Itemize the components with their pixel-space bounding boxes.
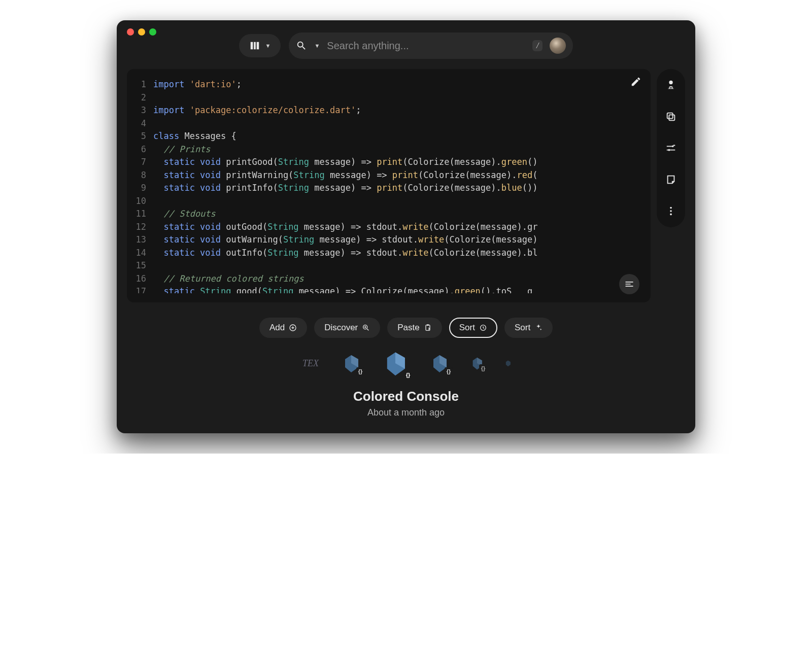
chip-label: Paste: [397, 323, 419, 333]
code-line: 2: [127, 91, 651, 105]
snippet-title: Colored Console: [117, 389, 695, 404]
chip-label: Sort: [515, 323, 530, 333]
svg-point-3: [672, 146, 674, 148]
layout-switcher[interactable]: ▼: [239, 34, 281, 57]
code-line: 7 static void printGood(String message) …: [127, 156, 651, 169]
copy-icon: [665, 111, 676, 122]
window-zoom-button[interactable]: [149, 28, 156, 36]
carousel-item[interactable]: {}: [429, 353, 450, 373]
tune-icon: [665, 143, 676, 154]
snippet-caption: Colored Console About a month ago: [117, 389, 695, 418]
carousel-item[interactable]: TEX: [300, 353, 321, 373]
code-braces-icon: {}: [445, 367, 453, 375]
edit-button[interactable]: [630, 76, 641, 89]
sort-magic-chip[interactable]: Sort: [504, 318, 553, 338]
code-line: 11 // Stdouts: [127, 208, 651, 221]
sort-time-chip[interactable]: Sort: [449, 318, 497, 338]
carousel-item[interactable]: {}: [341, 353, 361, 373]
code-braces-icon: {}: [404, 371, 412, 379]
sticky-note-icon: [665, 174, 676, 185]
search-input[interactable]: [327, 40, 525, 52]
wrap-text-icon: [624, 279, 634, 289]
more-vertical-icon: [665, 205, 676, 217]
chip-label: Discover: [324, 323, 358, 333]
code-line: 4: [127, 117, 651, 130]
code-line: 6 // Prints: [127, 143, 651, 156]
svg-rect-2: [667, 113, 673, 119]
svg-point-4: [668, 149, 670, 151]
code-line: 15: [127, 259, 651, 272]
more-button[interactable]: [665, 205, 677, 217]
carousel-item-active[interactable]: {}: [382, 350, 409, 377]
svg-point-7: [670, 214, 672, 216]
wrap-lines-button[interactable]: [619, 274, 639, 294]
code-line: 12 static void outGood(String message) =…: [127, 221, 651, 234]
clipboard-paste-icon: [424, 324, 432, 332]
code-scroll[interactable]: 1import 'dart:io';23import 'package:colo…: [127, 78, 651, 293]
carousel-item[interactable]: {}: [470, 356, 484, 370]
carousel-item[interactable]: [504, 360, 512, 367]
svg-rect-10: [426, 325, 430, 331]
chevron-down-icon: ▼: [265, 43, 271, 49]
code-content: 1import 'dart:io';23import 'package:colo…: [127, 78, 651, 293]
snippet-timestamp: About a month ago: [117, 407, 695, 418]
chip-label: Sort: [459, 323, 475, 333]
snippet-carousel: TEX {} {} {} {}: [117, 347, 695, 379]
settings-button[interactable]: [665, 142, 677, 154]
code-line: 5class Messages {: [127, 130, 651, 143]
clock-icon: [479, 324, 487, 332]
code-line: 16 // Returned colored strings: [127, 272, 651, 286]
code-line: 9 static void printInfo(String message) …: [127, 182, 651, 195]
share-button[interactable]: [665, 79, 677, 91]
search-shortcut-hint: /: [532, 40, 543, 51]
svg-marker-21: [506, 360, 511, 366]
svg-point-5: [670, 207, 672, 209]
code-line: 1import 'dart:io';: [127, 78, 651, 91]
dart-logo-icon: [504, 360, 512, 367]
code-braces-icon: {}: [356, 367, 364, 375]
plus-circle-icon: [289, 324, 297, 332]
paste-chip[interactable]: Paste: [387, 318, 442, 338]
svg-rect-11: [427, 324, 429, 326]
chevron-down-icon: ▼: [314, 43, 320, 49]
svg-point-6: [670, 210, 672, 212]
app-window: ▼ ▼ / 1import 'dart:io';23import 'packag…: [117, 20, 695, 433]
svg-rect-0: [668, 87, 674, 89]
code-braces-icon: {}: [479, 364, 487, 372]
topbar: ▼ ▼ /: [117, 30, 695, 69]
tex-icon: TEX: [302, 358, 319, 369]
window-minimize-button[interactable]: [138, 28, 145, 36]
side-rail: [657, 69, 685, 227]
code-line: 17 static String good(String message) =>…: [127, 285, 651, 293]
notes-button[interactable]: [665, 174, 677, 186]
code-line: 8 static void printWarning(String messag…: [127, 169, 651, 182]
svg-rect-1: [669, 115, 674, 120]
avatar[interactable]: [550, 38, 566, 54]
sparkles-icon: [534, 324, 543, 332]
copy-button[interactable]: [665, 111, 677, 123]
search-bar[interactable]: ▼ /: [289, 32, 573, 59]
add-chip[interactable]: Add: [259, 318, 307, 338]
chip-label: Add: [269, 323, 285, 333]
search-icon: [296, 40, 307, 51]
code-snippet-card: 1import 'dart:io';23import 'package:colo…: [127, 69, 651, 302]
person-link-icon: [665, 80, 676, 91]
pencil-icon: [630, 76, 641, 87]
layout-columns-icon: [249, 40, 260, 51]
code-line: 10: [127, 195, 651, 208]
code-line: 14 static void outInfo(String message) =…: [127, 247, 651, 260]
code-line: 3import 'package:colorize/colorize.dart'…: [127, 104, 651, 117]
code-line: 13 static void outWarning(String message…: [127, 233, 651, 247]
discover-chip[interactable]: Discover: [314, 318, 380, 338]
window-close-button[interactable]: [127, 28, 134, 36]
action-row: Add Discover Paste Sort Sort: [117, 318, 695, 338]
zoom-in-icon: [362, 324, 370, 332]
